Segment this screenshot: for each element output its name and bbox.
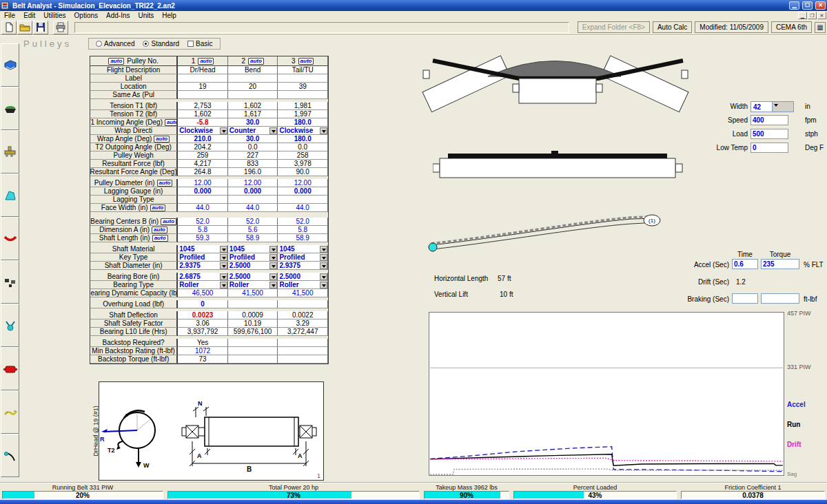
table-cell[interactable]: 44.0: [228, 204, 278, 212]
mdi-close-icon[interactable]: ✕: [817, 12, 826, 19]
table-cell[interactable]: 180.0: [278, 135, 328, 143]
low-temp-input[interactable]: [751, 143, 788, 153]
table-cell[interactable]: [278, 300, 328, 308]
table-cell[interactable]: 41,500: [228, 289, 278, 297]
sidebar-item-notebook[interactable]: [1, 43, 19, 87]
menu-help[interactable]: Help: [158, 11, 181, 20]
auto-button[interactable]: auto: [248, 58, 264, 65]
table-dropdown[interactable]: 2.5000: [228, 262, 278, 270]
sidebar-item-feeder[interactable]: [1, 130, 19, 174]
menu-edit[interactable]: Edit: [19, 11, 39, 20]
table-cell[interactable]: 1,997: [278, 110, 328, 118]
mode-basic-checkbox[interactable]: Basic: [187, 40, 212, 48]
table-cell[interactable]: Dr/Head: [178, 66, 228, 74]
table-cell[interactable]: [228, 339, 278, 347]
table-dropdown[interactable]: Counter: [228, 127, 278, 135]
auto-button[interactable]: auto: [152, 235, 168, 242]
table-cell[interactable]: 210.0: [178, 135, 228, 143]
table-cell[interactable]: 0.0: [228, 143, 278, 151]
table-cell[interactable]: 5.6: [228, 226, 278, 234]
auto-calc-button[interactable]: Auto Calc: [653, 21, 692, 33]
table-cell[interactable]: [178, 74, 228, 83]
table-cell[interactable]: 3,937,792: [178, 328, 228, 336]
sidebar-item-chute[interactable]: [1, 174, 19, 217]
table-dropdown[interactable]: Profiled: [178, 253, 228, 262]
table-cell[interactable]: 5.8: [278, 226, 328, 234]
table-dropdown[interactable]: Roller: [178, 281, 228, 289]
table-cell[interactable]: [178, 91, 228, 99]
minimize-icon[interactable]: ▁: [789, 1, 799, 10]
auto-button[interactable]: auto: [157, 180, 173, 187]
menu-utilities[interactable]: Utilities: [39, 11, 70, 20]
table-cell[interactable]: [278, 91, 328, 99]
table-cell[interactable]: -5.8: [178, 118, 228, 127]
table-cell[interactable]: [278, 74, 328, 83]
table-cell[interactable]: 1,602: [228, 102, 278, 110]
table-cell[interactable]: 599,676,100: [228, 328, 278, 336]
table-dropdown[interactable]: 1045: [278, 245, 328, 253]
save-button[interactable]: [33, 21, 48, 34]
sidebar-item-pulley[interactable]: [1, 347, 19, 390]
table-dropdown[interactable]: 1045: [228, 245, 278, 253]
table-cell[interactable]: [228, 91, 278, 99]
auto-button[interactable]: auto: [165, 119, 178, 126]
mode-advanced-radio[interactable]: Advanced: [96, 40, 134, 48]
table-cell[interactable]: 0.0023: [178, 311, 228, 319]
mode-standard-radio[interactable]: Standard: [143, 40, 179, 48]
auto-button[interactable]: auto: [161, 218, 176, 225]
table-cell[interactable]: 3.29: [278, 319, 328, 328]
table-cell[interactable]: 0.0022: [278, 311, 328, 319]
table-cell[interactable]: 180.0: [278, 118, 328, 127]
speed-input[interactable]: [751, 115, 788, 125]
table-cell[interactable]: 0.0: [278, 143, 328, 151]
table-cell[interactable]: 4,217: [178, 160, 228, 168]
table-cell[interactable]: 227: [228, 151, 278, 160]
expand-folder-button[interactable]: Expand Folder <F8>: [578, 21, 650, 33]
table-cell[interactable]: 19: [178, 83, 228, 91]
table-cell[interactable]: 30.0: [228, 118, 278, 127]
table-cell[interactable]: 204.2: [178, 143, 228, 151]
table-cell[interactable]: 264.8: [178, 168, 228, 176]
table-cell[interactable]: 1,981: [278, 102, 328, 110]
table-cell[interactable]: Yes: [178, 339, 228, 347]
braking-torque-input[interactable]: [761, 293, 799, 304]
table-cell[interactable]: 41,500: [278, 289, 328, 297]
table-cell[interactable]: 2,753: [178, 102, 228, 110]
auto-button[interactable]: auto: [152, 227, 167, 233]
menu-file[interactable]: File: [0, 11, 19, 20]
table-cell[interactable]: [278, 347, 328, 355]
table-cell[interactable]: 10.19: [228, 319, 278, 328]
sidebar-item-belt-sag[interactable]: [1, 217, 19, 260]
close-icon[interactable]: ✕: [815, 1, 826, 10]
table-cell[interactable]: 196.0: [228, 168, 278, 176]
table-cell[interactable]: 59.3: [178, 234, 228, 242]
table-cell[interactable]: 0.000: [228, 187, 278, 196]
sidebar-item-takeup[interactable]: [1, 304, 19, 347]
table-dropdown[interactable]: 2.6875: [178, 273, 228, 281]
auto-button[interactable]: auto: [154, 136, 170, 143]
table-dropdown[interactable]: Profiled: [278, 253, 328, 262]
table-cell[interactable]: 1,602: [178, 110, 228, 118]
table-cell[interactable]: 5.8: [178, 226, 228, 234]
accel-torque-input[interactable]: [761, 259, 799, 269]
table-cell[interactable]: 833: [228, 160, 278, 168]
table-cell[interactable]: 3,272,447: [278, 328, 328, 336]
table-cell[interactable]: 44.0: [178, 204, 228, 212]
menu-options[interactable]: Options: [70, 11, 102, 20]
table-dropdown[interactable]: Clockwise: [278, 127, 328, 135]
table-cell[interactable]: 52.0: [228, 218, 278, 226]
table-cell[interactable]: 1072: [178, 347, 228, 355]
table-cell[interactable]: Tail/TU: [278, 66, 328, 74]
table-cell[interactable]: [178, 196, 228, 204]
table-dropdown[interactable]: 2.9375: [178, 262, 228, 270]
menu-addins[interactable]: Add-Ins: [102, 11, 134, 20]
table-cell[interactable]: [228, 347, 278, 355]
sidebar-item-material[interactable]: [1, 87, 19, 130]
open-file-button[interactable]: [17, 21, 32, 34]
table-cell[interactable]: 52.0: [278, 218, 328, 226]
table-cell[interactable]: 58.9: [228, 234, 278, 242]
braking-time-input[interactable]: [732, 293, 758, 304]
table-cell[interactable]: Bend: [228, 66, 278, 74]
grid-icon[interactable]: ▦: [815, 22, 826, 33]
table-dropdown[interactable]: Profiled: [228, 253, 278, 262]
